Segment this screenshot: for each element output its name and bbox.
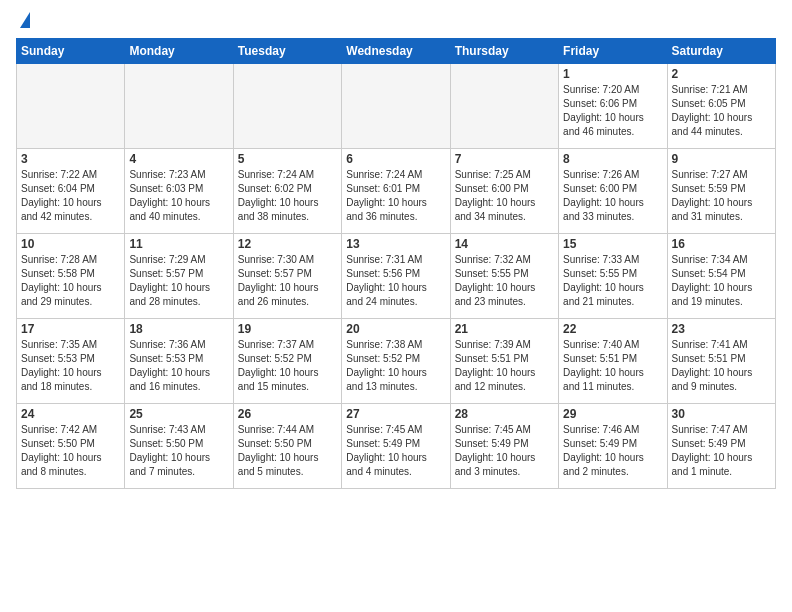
week-row-3: 10Sunrise: 7:28 AM Sunset: 5:58 PM Dayli… xyxy=(17,234,776,319)
day-info: Sunrise: 7:26 AM Sunset: 6:00 PM Dayligh… xyxy=(563,168,662,224)
day-number: 29 xyxy=(563,407,662,421)
day-info: Sunrise: 7:47 AM Sunset: 5:49 PM Dayligh… xyxy=(672,423,771,479)
day-number: 30 xyxy=(672,407,771,421)
weekday-header-monday: Monday xyxy=(125,39,233,64)
day-info: Sunrise: 7:21 AM Sunset: 6:05 PM Dayligh… xyxy=(672,83,771,139)
calendar-cell xyxy=(125,64,233,149)
calendar-cell: 24Sunrise: 7:42 AM Sunset: 5:50 PM Dayli… xyxy=(17,404,125,489)
day-number: 13 xyxy=(346,237,445,251)
day-info: Sunrise: 7:44 AM Sunset: 5:50 PM Dayligh… xyxy=(238,423,337,479)
day-info: Sunrise: 7:35 AM Sunset: 5:53 PM Dayligh… xyxy=(21,338,120,394)
calendar-cell: 14Sunrise: 7:32 AM Sunset: 5:55 PM Dayli… xyxy=(450,234,558,319)
day-info: Sunrise: 7:36 AM Sunset: 5:53 PM Dayligh… xyxy=(129,338,228,394)
day-number: 17 xyxy=(21,322,120,336)
calendar-cell: 13Sunrise: 7:31 AM Sunset: 5:56 PM Dayli… xyxy=(342,234,450,319)
calendar-cell: 27Sunrise: 7:45 AM Sunset: 5:49 PM Dayli… xyxy=(342,404,450,489)
day-number: 12 xyxy=(238,237,337,251)
day-info: Sunrise: 7:46 AM Sunset: 5:49 PM Dayligh… xyxy=(563,423,662,479)
day-info: Sunrise: 7:38 AM Sunset: 5:52 PM Dayligh… xyxy=(346,338,445,394)
calendar-cell: 6Sunrise: 7:24 AM Sunset: 6:01 PM Daylig… xyxy=(342,149,450,234)
day-number: 8 xyxy=(563,152,662,166)
calendar-cell xyxy=(342,64,450,149)
day-number: 25 xyxy=(129,407,228,421)
day-number: 28 xyxy=(455,407,554,421)
calendar-cell: 29Sunrise: 7:46 AM Sunset: 5:49 PM Dayli… xyxy=(559,404,667,489)
calendar-cell: 5Sunrise: 7:24 AM Sunset: 6:02 PM Daylig… xyxy=(233,149,341,234)
day-number: 10 xyxy=(21,237,120,251)
day-info: Sunrise: 7:42 AM Sunset: 5:50 PM Dayligh… xyxy=(21,423,120,479)
calendar-table: SundayMondayTuesdayWednesdayThursdayFrid… xyxy=(16,38,776,489)
calendar-cell: 8Sunrise: 7:26 AM Sunset: 6:00 PM Daylig… xyxy=(559,149,667,234)
week-row-5: 24Sunrise: 7:42 AM Sunset: 5:50 PM Dayli… xyxy=(17,404,776,489)
calendar-cell: 21Sunrise: 7:39 AM Sunset: 5:51 PM Dayli… xyxy=(450,319,558,404)
day-info: Sunrise: 7:41 AM Sunset: 5:51 PM Dayligh… xyxy=(672,338,771,394)
day-info: Sunrise: 7:27 AM Sunset: 5:59 PM Dayligh… xyxy=(672,168,771,224)
calendar-cell xyxy=(233,64,341,149)
calendar-cell: 7Sunrise: 7:25 AM Sunset: 6:00 PM Daylig… xyxy=(450,149,558,234)
day-number: 26 xyxy=(238,407,337,421)
day-number: 14 xyxy=(455,237,554,251)
calendar-cell: 16Sunrise: 7:34 AM Sunset: 5:54 PM Dayli… xyxy=(667,234,775,319)
day-number: 9 xyxy=(672,152,771,166)
calendar-cell: 12Sunrise: 7:30 AM Sunset: 5:57 PM Dayli… xyxy=(233,234,341,319)
calendar-cell xyxy=(17,64,125,149)
calendar-cell: 11Sunrise: 7:29 AM Sunset: 5:57 PM Dayli… xyxy=(125,234,233,319)
day-number: 23 xyxy=(672,322,771,336)
day-info: Sunrise: 7:29 AM Sunset: 5:57 PM Dayligh… xyxy=(129,253,228,309)
day-info: Sunrise: 7:22 AM Sunset: 6:04 PM Dayligh… xyxy=(21,168,120,224)
page-header xyxy=(16,16,776,28)
day-number: 15 xyxy=(563,237,662,251)
calendar-cell: 15Sunrise: 7:33 AM Sunset: 5:55 PM Dayli… xyxy=(559,234,667,319)
calendar-cell: 18Sunrise: 7:36 AM Sunset: 5:53 PM Dayli… xyxy=(125,319,233,404)
logo xyxy=(16,16,30,28)
weekday-header-thursday: Thursday xyxy=(450,39,558,64)
weekday-header-friday: Friday xyxy=(559,39,667,64)
calendar-cell: 3Sunrise: 7:22 AM Sunset: 6:04 PM Daylig… xyxy=(17,149,125,234)
weekday-header-saturday: Saturday xyxy=(667,39,775,64)
day-info: Sunrise: 7:30 AM Sunset: 5:57 PM Dayligh… xyxy=(238,253,337,309)
calendar-cell: 4Sunrise: 7:23 AM Sunset: 6:03 PM Daylig… xyxy=(125,149,233,234)
day-info: Sunrise: 7:25 AM Sunset: 6:00 PM Dayligh… xyxy=(455,168,554,224)
calendar-cell: 26Sunrise: 7:44 AM Sunset: 5:50 PM Dayli… xyxy=(233,404,341,489)
day-number: 2 xyxy=(672,67,771,81)
day-number: 18 xyxy=(129,322,228,336)
weekday-header-sunday: Sunday xyxy=(17,39,125,64)
weekday-header-row: SundayMondayTuesdayWednesdayThursdayFrid… xyxy=(17,39,776,64)
calendar-cell: 9Sunrise: 7:27 AM Sunset: 5:59 PM Daylig… xyxy=(667,149,775,234)
day-number: 5 xyxy=(238,152,337,166)
day-info: Sunrise: 7:34 AM Sunset: 5:54 PM Dayligh… xyxy=(672,253,771,309)
day-number: 27 xyxy=(346,407,445,421)
day-number: 24 xyxy=(21,407,120,421)
day-info: Sunrise: 7:45 AM Sunset: 5:49 PM Dayligh… xyxy=(455,423,554,479)
calendar-cell: 2Sunrise: 7:21 AM Sunset: 6:05 PM Daylig… xyxy=(667,64,775,149)
day-info: Sunrise: 7:33 AM Sunset: 5:55 PM Dayligh… xyxy=(563,253,662,309)
day-number: 1 xyxy=(563,67,662,81)
day-info: Sunrise: 7:20 AM Sunset: 6:06 PM Dayligh… xyxy=(563,83,662,139)
day-info: Sunrise: 7:23 AM Sunset: 6:03 PM Dayligh… xyxy=(129,168,228,224)
weekday-header-tuesday: Tuesday xyxy=(233,39,341,64)
day-number: 7 xyxy=(455,152,554,166)
day-info: Sunrise: 7:45 AM Sunset: 5:49 PM Dayligh… xyxy=(346,423,445,479)
week-row-4: 17Sunrise: 7:35 AM Sunset: 5:53 PM Dayli… xyxy=(17,319,776,404)
day-number: 22 xyxy=(563,322,662,336)
day-number: 19 xyxy=(238,322,337,336)
day-info: Sunrise: 7:24 AM Sunset: 6:01 PM Dayligh… xyxy=(346,168,445,224)
calendar-cell: 22Sunrise: 7:40 AM Sunset: 5:51 PM Dayli… xyxy=(559,319,667,404)
calendar-cell: 28Sunrise: 7:45 AM Sunset: 5:49 PM Dayli… xyxy=(450,404,558,489)
day-number: 21 xyxy=(455,322,554,336)
calendar-cell xyxy=(450,64,558,149)
day-info: Sunrise: 7:43 AM Sunset: 5:50 PM Dayligh… xyxy=(129,423,228,479)
week-row-2: 3Sunrise: 7:22 AM Sunset: 6:04 PM Daylig… xyxy=(17,149,776,234)
day-info: Sunrise: 7:28 AM Sunset: 5:58 PM Dayligh… xyxy=(21,253,120,309)
day-info: Sunrise: 7:32 AM Sunset: 5:55 PM Dayligh… xyxy=(455,253,554,309)
calendar-cell: 25Sunrise: 7:43 AM Sunset: 5:50 PM Dayli… xyxy=(125,404,233,489)
day-info: Sunrise: 7:31 AM Sunset: 5:56 PM Dayligh… xyxy=(346,253,445,309)
day-number: 11 xyxy=(129,237,228,251)
day-number: 20 xyxy=(346,322,445,336)
week-row-1: 1Sunrise: 7:20 AM Sunset: 6:06 PM Daylig… xyxy=(17,64,776,149)
calendar-cell: 20Sunrise: 7:38 AM Sunset: 5:52 PM Dayli… xyxy=(342,319,450,404)
calendar-cell: 1Sunrise: 7:20 AM Sunset: 6:06 PM Daylig… xyxy=(559,64,667,149)
calendar-cell: 17Sunrise: 7:35 AM Sunset: 5:53 PM Dayli… xyxy=(17,319,125,404)
day-info: Sunrise: 7:39 AM Sunset: 5:51 PM Dayligh… xyxy=(455,338,554,394)
day-number: 6 xyxy=(346,152,445,166)
